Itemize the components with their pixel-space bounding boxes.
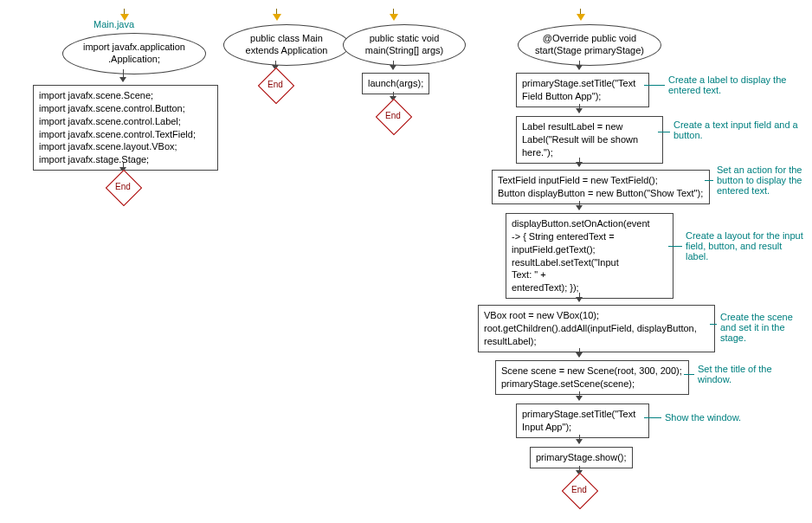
- arrow-down-icon: [123, 69, 124, 81]
- col2-ellipse: public class Main extends Application: [223, 24, 350, 66]
- end-label: End: [267, 80, 283, 89]
- col1-end: End: [111, 175, 135, 199]
- col1-imports-text: import javafx.scene.Scene; import javafx…: [39, 90, 196, 165]
- arrow-down-icon: [579, 435, 580, 443]
- col2-end: End: [263, 73, 287, 97]
- end-label: End: [571, 485, 587, 494]
- col3-ellipse-text: public static void main(String[] args): [365, 33, 443, 57]
- arrow-down-icon: [579, 104, 580, 113]
- annot6: Set the title of the window.: [698, 364, 805, 384]
- annot4: Create a layout for the input field, but…: [686, 230, 805, 262]
- annot-connector: [644, 85, 665, 87]
- flowchart-root: Main.java import javafx.application .App…: [7, 7, 805, 516]
- col4-step5: VBox root = new VBox(10); root.getChildr…: [478, 305, 715, 352]
- col4-end: End: [567, 478, 591, 502]
- col4-step8: primaryStage.show();: [530, 447, 633, 468]
- col4-step4: displayButton.setOnAction(event -> { Str…: [506, 213, 673, 299]
- col1-title: Main.java: [93, 19, 134, 29]
- arrow-down-icon: [579, 293, 580, 301]
- col4-ellipse-text: @Override public void start(Stage primar…: [535, 33, 644, 57]
- col4-step2: Label resultLabel = new Label("Result wi…: [516, 116, 663, 164]
- arrow-down-icon: [579, 201, 580, 210]
- arrow-down-icon: [579, 391, 580, 400]
- annot2: Create a text input field and a button.: [673, 119, 805, 140]
- step4-text: displayButton.setOnAction(event -> { Str…: [512, 218, 650, 293]
- step7-text: primaryStage.setTitle("Text Input App");: [522, 409, 635, 432]
- col2-ellipse-text: public class Main extends Application: [246, 33, 328, 57]
- end-label: End: [115, 182, 131, 191]
- start-arrow-icon: [390, 14, 398, 21]
- annot7: Show the window.: [665, 412, 741, 423]
- col1-ellipse: import javafx.application .Application;: [62, 33, 206, 74]
- step1-text: primaryStage.setTitle("Text Field Button…: [522, 78, 635, 101]
- annot-connector: [684, 374, 694, 376]
- step6-text: Scene scene = new Scene(root, 300, 200);…: [501, 365, 682, 389]
- annot-connector: [668, 246, 682, 248]
- start-arrow-icon: [577, 14, 585, 21]
- annot1: Create a label to display the entered te…: [668, 74, 805, 95]
- col4-step6: Scene scene = new Scene(root, 300, 200);…: [495, 360, 689, 395]
- annot-connector: [705, 180, 713, 182]
- col3-ellipse: public static void main(String[] args): [343, 24, 466, 66]
- arrow-down-icon: [393, 61, 394, 69]
- arrow-down-icon: [579, 61, 580, 69]
- end-label: End: [385, 111, 401, 120]
- step2-text: Label resultLabel = new Label("Result wi…: [522, 121, 638, 158]
- step8-text: primaryStage.show();: [536, 452, 627, 462]
- start-arrow-icon: [273, 14, 281, 21]
- annot-connector: [658, 132, 670, 133]
- col1-imports-box: import javafx.scene.Scene; import javafx…: [33, 85, 218, 171]
- step5-text: VBox root = new VBox(10); root.getChildr…: [484, 310, 697, 346]
- annot-connector: [644, 417, 661, 419]
- col4-ellipse: @Override public void start(Stage primar…: [518, 24, 661, 66]
- arrow-down-icon: [579, 158, 580, 166]
- col1-ellipse-text: import javafx.application .Application;: [83, 42, 185, 66]
- annot3: Set an action for the button to display …: [717, 165, 805, 196]
- col3-code-box: launch(args);: [362, 73, 429, 94]
- arrow-down-icon: [579, 348, 580, 357]
- col3-end: End: [381, 104, 405, 128]
- col4-step7: primaryStage.setTitle("Text Input App");: [516, 404, 649, 438]
- step3-text: TextField inputField = new TextField(); …: [498, 175, 703, 198]
- col4-step3: TextField inputField = new TextField(); …: [492, 170, 710, 204]
- col4-step1: primaryStage.setTitle("Text Field Button…: [516, 73, 649, 107]
- col3-code-text: launch(args);: [368, 78, 423, 88]
- annot-connector: [710, 324, 717, 326]
- annot5: Create the scene and set it in the stage…: [720, 312, 805, 343]
